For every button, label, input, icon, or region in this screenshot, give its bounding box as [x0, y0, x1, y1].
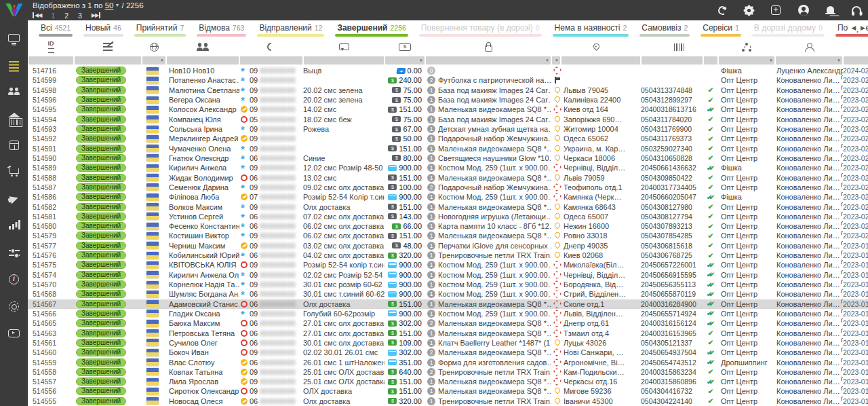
- column-header-payment[interactable]: [384, 39, 425, 55]
- sidebar-item-clients[interactable]: [5, 84, 23, 100]
- table-row[interactable]: 514580ЗавершенийФесенко Константин068888…: [28, 221, 868, 231]
- table-row[interactable]: 514574ЗавершенийКирилич Анжела Ол…098888…: [28, 270, 868, 280]
- profile-icon[interactable]: [798, 5, 809, 16]
- table-row[interactable]: 514590ЗавершенийГнатюк Олексндр068888888…: [28, 153, 868, 163]
- table-row[interactable]: 514556ЗавершенийСиротюк Олександр0988888…: [28, 386, 868, 396]
- table-row[interactable]: 514592ЗавершенийМерклингер Андрей0988888…: [28, 134, 868, 143]
- table-row[interactable]: 514557ЗавершенийЛила Ярослав098888888825…: [28, 377, 868, 386]
- column-header-tracking-number[interactable]: [641, 39, 718, 55]
- filter-input[interactable]: [28, 56, 73, 64]
- filter-input[interactable]: ▼: [719, 56, 774, 64]
- column-header-country[interactable]: [142, 39, 166, 55]
- tab-Завершений[interactable]: Завершений2256: [330, 20, 413, 39]
- filter-input[interactable]: [75, 56, 141, 64]
- table-row[interactable]: 514565ЗавершенийБаюка Максим068888888827…: [28, 318, 868, 328]
- table-row[interactable]: 514594ЗавершенийКомпанец Юля058888888818…: [28, 115, 868, 124]
- filter-input[interactable]: ▼: [776, 56, 842, 64]
- column-header-order-id[interactable]: ID: [28, 39, 74, 55]
- column-header-phone[interactable]: [239, 39, 303, 55]
- column-header-manager[interactable]: [775, 39, 843, 55]
- tabs-scroll-left-icon[interactable]: ◀: [851, 24, 856, 31]
- tab-Самовивіз[interactable]: Самовивіз2: [634, 20, 695, 39]
- table-row[interactable]: 514589ЗавершенийКирилич Анжела0988888888…: [28, 163, 868, 172]
- sidebar-item-checkout[interactable]: [5, 164, 23, 181]
- table-row[interactable]: 514579ЗавершенийКостишин Виктор098888888…: [28, 231, 868, 240]
- sidebar-item-products[interactable]: [5, 137, 23, 153]
- table-row[interactable]: 514716ЗавершенийНов10 Нов100988888888Выц…: [28, 66, 868, 75]
- table-row[interactable]: 514586ЗавершенийФіліпова Люба0788888888Р…: [28, 192, 868, 202]
- tab-Нема в наявності[interactable]: Нема в наявності2: [547, 20, 635, 39]
- filter-input[interactable]: [167, 56, 239, 64]
- tab-В дорозі додому[interactable]: В дорозі додому0: [747, 20, 830, 39]
- filter-dropdown[interactable]: ▼: [552, 56, 560, 64]
- refresh-icon[interactable]: [717, 5, 728, 16]
- sidebar-item-tutorials[interactable]: [5, 325, 23, 342]
- table-row[interactable]: 514595ЗавершенийКолосок Александр0988888…: [28, 105, 868, 114]
- filter-input[interactable]: [642, 56, 703, 64]
- settings-gear-icon[interactable]: [745, 6, 753, 15]
- table-row[interactable]: 514582ЗавершенийВолков Максим0988888888О…: [28, 202, 868, 211]
- filter-input[interactable]: ▼: [142, 56, 165, 64]
- table-row[interactable]: 514559ЗавершенийВлас Слотюу068888888826.…: [28, 357, 868, 367]
- table-row[interactable]: 514561ЗавершенийСучилов Олег068888888830…: [28, 338, 868, 348]
- column-header-delivery-address[interactable]: [551, 39, 641, 55]
- table-row[interactable]: 514570ЗавершенийКорнелюк Надія Та…098888…: [28, 280, 868, 289]
- sidebar-item-orders[interactable]: [5, 57, 23, 73]
- table-row[interactable]: 514575ЗавершенийКВІТОВСЬКА ЮЛІЯ098888888…: [28, 260, 868, 270]
- table-row[interactable]: 514560ЗавершенийБокоч Иван098888888802.0…: [28, 348, 868, 357]
- tab-Всі[interactable]: Всі4521: [33, 20, 78, 39]
- filter-input[interactable]: [240, 56, 302, 64]
- table-row[interactable]: 514596ЗавершенийВегера Оксана09888888882…: [28, 95, 868, 105]
- sidebar-item-warehouse[interactable]: [5, 111, 23, 127]
- column-header-products[interactable]: [425, 39, 551, 55]
- first-page-button[interactable]: ◀◀: [33, 12, 41, 18]
- sidebar-item-marketing[interactable]: [5, 191, 23, 207]
- column-header-client[interactable]: [166, 39, 239, 55]
- table-row[interactable]: 514567ЗавершенийАдамовский Станис…068888…: [28, 299, 868, 309]
- page-button-1[interactable]: 1: [51, 12, 55, 20]
- notifications-bell-icon[interactable]: [827, 6, 834, 13]
- tab-Прийнятий[interactable]: Прийнятий7: [129, 20, 192, 39]
- sidebar-item-dashboard[interactable]: [5, 30, 23, 46]
- filter-input[interactable]: [561, 56, 640, 64]
- sidebar-item-settings[interactable]: [5, 244, 23, 261]
- filter-input[interactable]: ▼: [385, 56, 425, 64]
- support-headset-icon[interactable]: [852, 6, 861, 12]
- column-header-comment[interactable]: [303, 39, 384, 55]
- filter-input[interactable]: [844, 56, 868, 64]
- table-row[interactable]: 514591ЗавершенийЧумаченко Олена098888888…: [28, 144, 868, 153]
- tab-Новый[interactable]: Новый46: [78, 20, 129, 39]
- table-row[interactable]: 514568ЗавершенийШумляс Богдана Ан…068888…: [28, 289, 868, 299]
- column-header-status[interactable]: [74, 39, 142, 55]
- tabs-scroll-right-icon[interactable]: ▶: [861, 24, 865, 31]
- table-row[interactable]: 514555ЗавершенийНовосад Олеся0688888888О…: [28, 396, 868, 406]
- page-size-dropdown[interactable]: 50: [105, 1, 114, 10]
- tab-Відправлений[interactable]: Відправлений12: [252, 20, 330, 39]
- table-row[interactable]: 514558ЗавершенийКовпак Татьяна0988888888…: [28, 367, 868, 377]
- tab-Повернення товару (в дорозі)[interactable]: Повернення товару (в дорозі)0: [414, 20, 547, 39]
- sidebar-item-statistics[interactable]: [5, 218, 23, 234]
- app-logo-icon[interactable]: [5, 3, 24, 18]
- table-row[interactable]: 514588ЗавершенийЖидак Володимир068888888…: [28, 172, 868, 182]
- table-row[interactable]: 514566ЗавершенийГладик Оксана0988888888Г…: [28, 309, 868, 318]
- table-row[interactable]: 514598ЗавершенийМалютина Светлана0988888…: [28, 86, 868, 95]
- table-row[interactable]: 514581ЗавершенийУстинов Сергей0688888888…: [28, 212, 868, 221]
- add-order-icon[interactable]: +: [771, 5, 781, 15]
- tab-Сервіси[interactable]: Сервіси1: [695, 20, 747, 39]
- sidebar-item-partners[interactable]: [5, 298, 23, 314]
- table-row[interactable]: 514593ЗавершенийСольська Ірина0988888888…: [28, 124, 868, 134]
- table-row[interactable]: 514587ЗавершенийСеменюк Дарина0988888888…: [28, 183, 868, 192]
- filter-input[interactable]: ▼: [426, 56, 551, 64]
- last-page-button[interactable]: ▶▶: [92, 12, 100, 18]
- column-header-source[interactable]: [718, 39, 775, 55]
- tab-Відмова[interactable]: Відмова763: [191, 20, 252, 39]
- table-row[interactable]: 514577ЗавершенийЧерниш Максим09888888880…: [28, 241, 868, 251]
- page-button-3[interactable]: 3: [78, 12, 82, 20]
- table-row[interactable]: 514576ЗавершенийКобилинський Юрий0688888…: [28, 251, 868, 260]
- table-row[interactable]: 514599ЗавершенийПотапенко Анастас…098888…: [28, 75, 868, 85]
- filter-input[interactable]: [704, 56, 717, 64]
- sidebar-item-info[interactable]: i: [5, 272, 23, 288]
- table-row[interactable]: 514563ЗавершенийПетровська Тетяна0688888…: [28, 328, 868, 337]
- filter-input[interactable]: [304, 56, 384, 64]
- column-header-date[interactable]: [843, 39, 868, 55]
